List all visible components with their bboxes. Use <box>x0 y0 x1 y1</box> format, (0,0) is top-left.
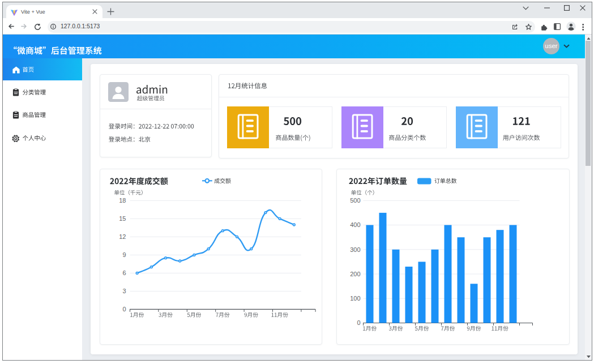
svg-text:15: 15 <box>119 215 126 222</box>
svg-text:500: 500 <box>350 197 360 204</box>
svg-text:3: 3 <box>122 288 126 294</box>
svg-text:9: 9 <box>122 251 126 258</box>
svg-text:400: 400 <box>350 221 360 228</box>
svg-text:0: 0 <box>122 306 126 312</box>
svg-text:100: 100 <box>350 295 360 302</box>
svg-text:18: 18 <box>119 197 126 204</box>
svg-text:6: 6 <box>122 269 126 276</box>
svg-text:12: 12 <box>119 233 126 240</box>
svg-text:300: 300 <box>350 246 360 253</box>
svg-text:0: 0 <box>357 319 360 326</box>
svg-text:200: 200 <box>350 271 360 277</box>
